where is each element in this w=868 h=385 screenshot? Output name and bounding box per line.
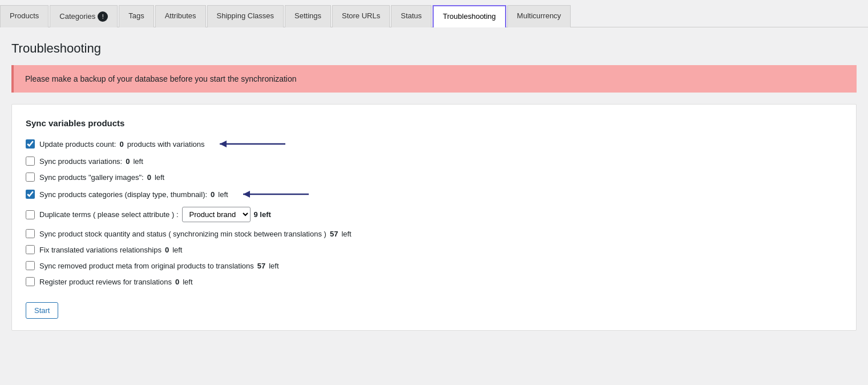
checkbox-sync-stock[interactable] — [26, 229, 35, 238]
tab-label-categories: Categories — [59, 12, 95, 21]
tab-label-shipping-classes: Shipping Classes — [217, 11, 274, 20]
label-sync-products-variations[interactable]: Sync products variations: 0 left — [39, 157, 143, 166]
sync-option-sync-stock: Sync product stock quantity and status (… — [26, 229, 842, 238]
tab-products[interactable]: Products — [0, 5, 49, 27]
start-button[interactable]: Start — [26, 302, 58, 319]
count-sync-stock: 57 — [330, 230, 338, 238]
checkbox-fix-variations[interactable] — [26, 245, 35, 254]
label-before-update-products-count: Update products count: — [39, 140, 116, 149]
sync-option-sync-products-variations: Sync products variations: 0 left — [26, 157, 842, 166]
page-title: Troubleshooting — [11, 41, 857, 56]
label-sync-gallery-images[interactable]: Sync products "gallery images": 0 left — [39, 173, 164, 182]
count-sync-categories: 0 — [211, 190, 215, 199]
label-sync-stock[interactable]: Sync product stock quantity and status (… — [39, 230, 352, 238]
label-sync-categories[interactable]: Sync products categories (display type, … — [39, 189, 312, 200]
tab-multicurrency[interactable]: Multicurrency — [507, 5, 571, 27]
tabs-bar: ProductsCategories!TagsAttributesShippin… — [0, 0, 868, 27]
checkbox-sync-products-variations[interactable] — [26, 157, 35, 166]
label-before-duplicate-terms: Duplicate terms ( please select attribut… — [39, 210, 179, 219]
label-after-fix-variations: left — [172, 246, 182, 254]
sync-options-container: Update products count: 0 products with v… — [26, 138, 842, 286]
label-sync-removed-meta[interactable]: Sync removed product meta from original … — [39, 262, 279, 270]
label-before-sync-stock: Sync product stock quantity and status (… — [39, 230, 326, 238]
arrow-update-products-count — [214, 138, 288, 150]
label-before-sync-products-variations: Sync products variations: — [39, 157, 122, 166]
page-content: Troubleshooting Please make a backup of … — [0, 27, 868, 378]
tab-label-attributes: Attributes — [165, 11, 196, 20]
checkbox-register-reviews[interactable] — [26, 277, 35, 286]
label-before-sync-removed-meta: Sync removed product meta from original … — [39, 262, 254, 270]
tab-label-troubleshooting: Troubleshooting — [443, 12, 496, 21]
label-before-register-reviews: Register product reviews for translation… — [39, 278, 172, 286]
label-after-update-products-count: products with variations — [127, 140, 205, 149]
sync-option-sync-categories: Sync products categories (display type, … — [26, 189, 842, 200]
tab-troubleshooting[interactable]: Troubleshooting — [433, 5, 506, 27]
sync-section-title: Sync variables products — [26, 118, 842, 128]
count-register-reviews: 0 — [175, 278, 179, 286]
label-after-register-reviews: left — [183, 278, 192, 286]
label-after-sync-categories: left — [218, 190, 228, 199]
tab-label-tags: Tags — [128, 11, 144, 20]
tab-label-products: Products — [10, 11, 39, 20]
count-sync-products-variations: 0 — [126, 157, 130, 166]
tab-label-multicurrency: Multicurrency — [517, 11, 561, 20]
arrow-sync-categories — [237, 189, 312, 200]
svg-marker-1 — [220, 141, 227, 147]
sync-option-sync-gallery-images: Sync products "gallery images": 0 left — [26, 173, 842, 182]
count-update-products-count: 0 — [119, 140, 123, 149]
label-after-sync-removed-meta: left — [269, 262, 278, 270]
checkbox-update-products-count[interactable] — [26, 139, 35, 149]
label-after-sync-products-variations: left — [133, 157, 143, 166]
count-fix-variations: 0 — [165, 246, 169, 254]
label-before-sync-gallery-images: Sync products "gallery images": — [39, 173, 144, 182]
svg-marker-3 — [243, 191, 250, 198]
tab-badge-categories: ! — [98, 11, 108, 22]
tab-label-store-urls: Store URLs — [342, 11, 380, 20]
label-after-sync-stock: left — [341, 230, 351, 238]
tab-attributes[interactable]: Attributes — [155, 5, 206, 27]
sync-option-fix-variations: Fix translated variations relationships … — [26, 245, 842, 254]
alert-box: Please make a backup of your database be… — [11, 65, 857, 93]
tab-label-settings: Settings — [294, 11, 321, 20]
label-duplicate-terms[interactable]: Duplicate terms ( please select attribut… — [39, 207, 271, 222]
label-before-fix-variations: Fix translated variations relationships — [39, 246, 162, 254]
label-fix-variations[interactable]: Fix translated variations relationships … — [39, 246, 182, 254]
label-register-reviews[interactable]: Register product reviews for translation… — [39, 278, 193, 286]
checkbox-duplicate-terms[interactable] — [26, 210, 35, 219]
count-duplicate-terms: 9 left — [254, 210, 271, 219]
checkbox-sync-removed-meta[interactable] — [26, 261, 35, 270]
sync-panel: Sync variables products Update products … — [11, 104, 857, 331]
tab-settings[interactable]: Settings — [285, 5, 331, 27]
sync-option-duplicate-terms: Duplicate terms ( please select attribut… — [26, 207, 842, 222]
label-update-products-count[interactable]: Update products count: 0 products with v… — [39, 138, 288, 150]
tab-status[interactable]: Status — [391, 5, 431, 27]
sync-option-sync-removed-meta: Sync removed product meta from original … — [26, 261, 842, 270]
tab-store-urls[interactable]: Store URLs — [332, 5, 390, 27]
label-before-sync-categories: Sync products categories (display type, … — [39, 190, 207, 199]
sync-option-register-reviews: Register product reviews for translation… — [26, 277, 842, 286]
dropdown-duplicate-terms[interactable]: Product brandColorSize — [182, 207, 251, 222]
count-sync-removed-meta: 57 — [257, 262, 265, 270]
count-sync-gallery-images: 0 — [147, 173, 151, 182]
sync-option-update-products-count: Update products count: 0 products with v… — [26, 138, 842, 150]
checkbox-sync-gallery-images[interactable] — [26, 173, 35, 182]
tab-label-status: Status — [401, 11, 422, 20]
tab-categories[interactable]: Categories! — [50, 5, 118, 27]
tab-shipping-classes[interactable]: Shipping Classes — [207, 5, 284, 27]
tab-tags[interactable]: Tags — [119, 5, 154, 27]
alert-text: Please make a backup of your database be… — [25, 74, 297, 83]
checkbox-sync-categories[interactable] — [26, 190, 35, 199]
label-after-sync-gallery-images: left — [155, 173, 164, 182]
